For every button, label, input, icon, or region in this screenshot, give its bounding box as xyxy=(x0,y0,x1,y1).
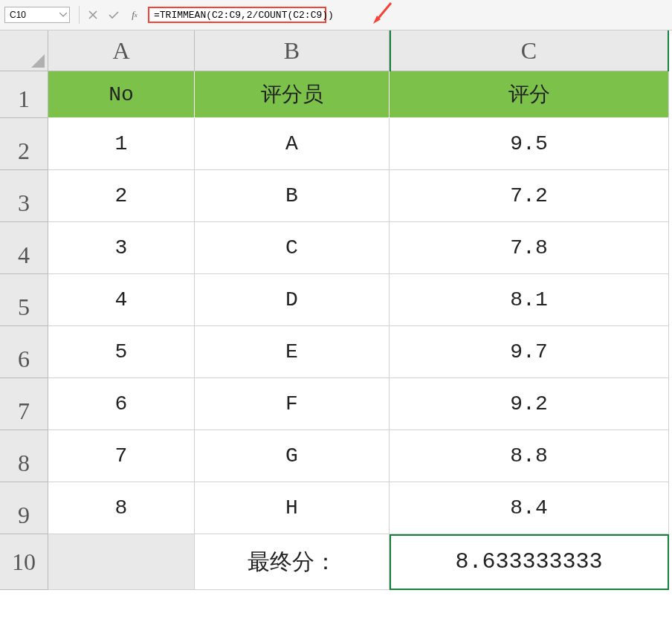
cell-c1[interactable]: 评分 xyxy=(390,71,669,118)
cell-b3[interactable]: B xyxy=(195,170,390,222)
annotation-arrow-icon xyxy=(372,1,394,31)
row-header-5[interactable]: 5 xyxy=(0,274,48,326)
cell-a6[interactable]: 5 xyxy=(48,326,195,378)
row-header-2[interactable]: 2 xyxy=(0,118,48,170)
select-all-corner[interactable] xyxy=(0,30,48,71)
cell-b9[interactable]: H xyxy=(195,482,390,534)
cell-a4[interactable]: 3 xyxy=(48,222,195,274)
column-headers: A B C xyxy=(48,30,669,71)
cell-b7[interactable]: F xyxy=(195,378,390,430)
cell-b5[interactable]: D xyxy=(195,274,390,326)
table-row: 4 D 8.1 xyxy=(48,274,669,326)
cell-a9[interactable]: 8 xyxy=(48,482,195,534)
cell-a2[interactable]: 1 xyxy=(48,118,195,170)
cells-area: No 评分员 评分 1 A 9.5 2 B 7.2 3 C 7.8 4 D 8.… xyxy=(48,71,669,590)
table-row: 2 B 7.2 xyxy=(48,170,669,222)
fx-icon[interactable]: fx xyxy=(129,9,140,21)
row-header-6[interactable]: 6 xyxy=(0,326,48,378)
cell-b8[interactable]: G xyxy=(195,430,390,482)
cancel-icon[interactable] xyxy=(87,9,99,21)
cell-c10[interactable]: 8.633333333 xyxy=(390,534,669,590)
row-header-1[interactable]: 1 xyxy=(0,71,48,118)
row-header-3[interactable]: 3 xyxy=(0,170,48,222)
table-row: 8 H 8.4 xyxy=(48,482,669,534)
formula-bar: C10 fx =TRIMMEAN(C2:C9,2/COUNT(C2:C9)) xyxy=(0,0,672,30)
cell-c7[interactable]: 9.2 xyxy=(390,378,669,430)
table-row: No 评分员 评分 xyxy=(48,71,669,118)
name-box-dropdown-icon[interactable] xyxy=(59,10,68,19)
row-header-9[interactable]: 9 xyxy=(0,482,48,534)
table-row: 最终分： 8.633333333 xyxy=(48,534,669,590)
row-header-4[interactable]: 4 xyxy=(0,222,48,274)
table-row: 1 A 9.5 xyxy=(48,118,669,170)
table-row: 5 E 9.7 xyxy=(48,326,669,378)
cell-b4[interactable]: C xyxy=(195,222,390,274)
cell-a7[interactable]: 6 xyxy=(48,378,195,430)
formula-text: =TRIMMEAN(C2:C9,2/COUNT(C2:C9)) xyxy=(154,10,334,21)
cell-a1[interactable]: No xyxy=(48,71,195,118)
row-header-10[interactable]: 10 xyxy=(0,534,48,590)
cell-c5[interactable]: 8.1 xyxy=(390,274,669,326)
table-row: 3 C 7.8 xyxy=(48,222,669,274)
cell-a10[interactable] xyxy=(48,534,195,590)
row-headers: 1 2 3 4 5 6 7 8 9 10 xyxy=(0,71,48,590)
enter-icon[interactable] xyxy=(108,9,120,21)
cell-c6[interactable]: 9.7 xyxy=(390,326,669,378)
cell-b10[interactable]: 最终分： xyxy=(195,534,390,590)
table-row: 7 G 8.8 xyxy=(48,430,669,482)
cell-a8[interactable]: 7 xyxy=(48,430,195,482)
cell-c4[interactable]: 7.8 xyxy=(390,222,669,274)
row-header-7[interactable]: 7 xyxy=(0,378,48,430)
formula-input[interactable]: =TRIMMEAN(C2:C9,2/COUNT(C2:C9)) xyxy=(148,7,326,23)
cell-c2[interactable]: 9.5 xyxy=(390,118,669,170)
cell-b6[interactable]: E xyxy=(195,326,390,378)
cell-c3[interactable]: 7.2 xyxy=(390,170,669,222)
separator xyxy=(79,6,80,24)
row-header-8[interactable]: 8 xyxy=(0,430,48,482)
cell-c9[interactable]: 8.4 xyxy=(390,482,669,534)
cell-a5[interactable]: 4 xyxy=(48,274,195,326)
col-header-b[interactable]: B xyxy=(195,30,390,71)
cell-b2[interactable]: A xyxy=(195,118,390,170)
table-row: 6 F 9.2 xyxy=(48,378,669,430)
name-box[interactable]: C10 xyxy=(4,7,70,23)
cell-a3[interactable]: 2 xyxy=(48,170,195,222)
cell-b1[interactable]: 评分员 xyxy=(195,71,390,118)
col-header-a[interactable]: A xyxy=(48,30,195,71)
cell-c8[interactable]: 8.8 xyxy=(390,430,669,482)
col-header-c[interactable]: C xyxy=(390,30,669,71)
formula-bar-icons: fx xyxy=(87,9,140,21)
name-box-value: C10 xyxy=(10,10,26,20)
